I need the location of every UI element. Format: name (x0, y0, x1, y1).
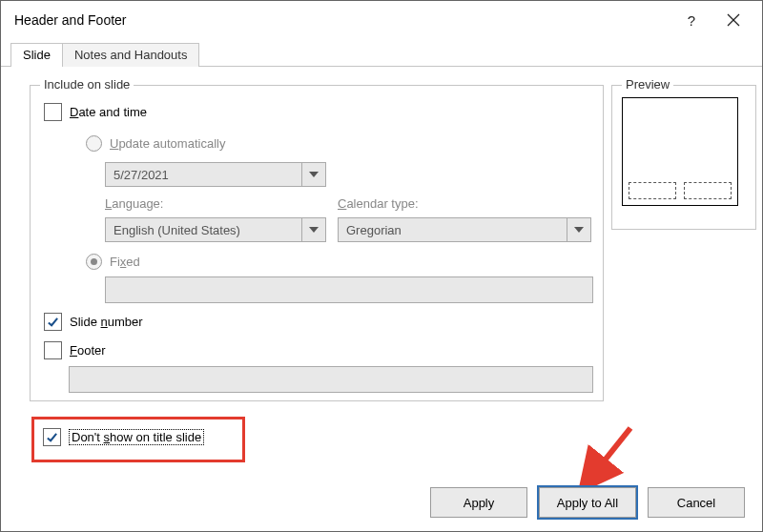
footer-checkbox[interactable] (44, 341, 62, 359)
svg-marker-4 (574, 227, 584, 233)
preview-slide-thumb (622, 97, 738, 206)
language-dropdown-button[interactable] (301, 217, 326, 242)
fixed-date-textbox[interactable] (105, 276, 593, 303)
language-label: Language: (105, 196, 163, 211)
apply-button[interactable]: Apply (430, 487, 527, 518)
chevron-down-icon (574, 225, 584, 235)
dont-show-on-title-slide-label: Don't show on title slide (69, 429, 204, 445)
fixed-label: Fixed (110, 255, 140, 269)
dialog-title: Header and Footer (14, 12, 670, 28)
chevron-down-icon (309, 225, 319, 235)
slide-number-checkbox[interactable] (44, 313, 62, 331)
close-icon (727, 13, 740, 27)
preview-legend: Preview (622, 77, 673, 92)
calendar-type-dropdown-button[interactable] (567, 217, 591, 242)
date-and-time-checkbox[interactable] (44, 103, 62, 121)
check-icon (46, 431, 58, 443)
date-format-dropdown-button[interactable] (301, 162, 326, 187)
footer-label: Footer (70, 343, 106, 358)
date-and-time-label: Date and time (70, 105, 147, 119)
date-format-combo[interactable]: 5/27/2021 (105, 162, 326, 187)
language-label-row: Language: (105, 196, 163, 211)
calendar-type-label: Calendar type: (338, 196, 419, 211)
dont-show-on-title-slide-row[interactable]: Don't show on title slide (43, 428, 204, 446)
date-and-time-row[interactable]: Date and time (44, 103, 147, 121)
update-automatically-label: Update automatically (110, 136, 225, 151)
title-bar: Header and Footer ? (1, 1, 762, 39)
preview-placeholder-left (629, 182, 676, 199)
check-icon (47, 316, 59, 328)
update-automatically-row[interactable]: Update automatically (86, 135, 225, 152)
include-on-slide-legend: Include on slide (40, 77, 134, 92)
footer-row[interactable]: Footer (44, 341, 106, 359)
apply-to-all-button[interactable]: Apply to All (539, 487, 636, 518)
cancel-button[interactable]: Cancel (648, 487, 745, 518)
chevron-down-icon (309, 170, 319, 179)
date-format-value: 5/27/2021 (105, 162, 301, 187)
tab-strip: Slide Notes and Handouts (1, 39, 762, 67)
include-on-slide-group: Include on slide Date and time Update au… (30, 85, 604, 401)
header-footer-dialog: Header and Footer ? Slide Notes and Hand… (0, 0, 763, 532)
update-automatically-radio[interactable] (86, 135, 102, 152)
language-combo[interactable]: English (United States) (105, 217, 326, 242)
help-button[interactable]: ? (670, 5, 712, 35)
svg-marker-2 (309, 172, 319, 177)
calendar-type-value: Gregorian (338, 217, 567, 242)
dialog-button-row: Apply Apply to All Cancel (430, 487, 745, 518)
preview-placeholder-right (684, 182, 732, 199)
tab-notes-handouts[interactable]: Notes and Handouts (62, 43, 200, 67)
calendar-type-combo[interactable]: Gregorian (338, 217, 591, 242)
preview-group: Preview (611, 85, 756, 230)
footer-textbox[interactable] (69, 366, 593, 393)
calendar-type-label-row: Calendar type: (338, 196, 419, 211)
slide-number-label: Slide number (70, 315, 143, 329)
dont-show-on-title-slide-checkbox[interactable] (43, 428, 61, 446)
tab-slide[interactable]: Slide (10, 43, 63, 67)
close-button[interactable] (712, 5, 754, 35)
slide-number-row[interactable]: Slide number (44, 313, 143, 331)
svg-marker-3 (309, 227, 319, 233)
help-icon: ? (688, 12, 695, 29)
language-value: English (United States) (105, 217, 301, 242)
fixed-radio[interactable] (86, 254, 102, 270)
fixed-row[interactable]: Fixed (86, 254, 140, 270)
dialog-body: Include on slide Date and time Update au… (10, 68, 753, 474)
